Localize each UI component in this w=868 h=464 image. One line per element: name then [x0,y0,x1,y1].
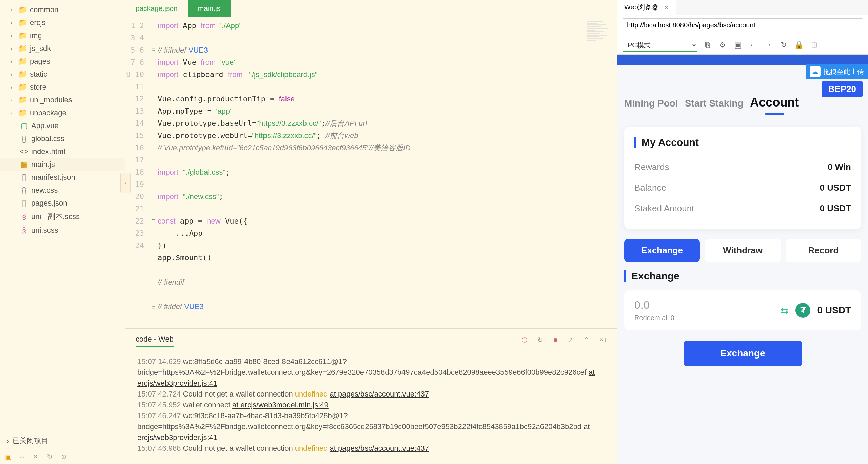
console-line: 15:07:45.952 wallet connect at ercjs/web… [137,400,605,410]
folder-unpackage[interactable]: ›📁unpackage [0,107,125,119]
folder-img[interactable]: ›📁img [0,29,125,42]
devtools-icon[interactable]: ▣ [733,41,743,50]
fold-gutter[interactable]: ⊟⊟⊟ [149,17,158,328]
browser-tab[interactable]: Web浏览器 ✕ [617,0,676,15]
account-card-title: My Account [634,137,851,148]
account-row: Staked Amount0 USDT [634,198,851,219]
console-line: 15:07:46.988 Could not get a wallet conn… [137,443,605,454]
cloud-icon: ☁ [810,66,821,77]
console-source-link[interactable]: at ercjs/web3provider.js:41 [137,422,590,442]
folder-uni_modules[interactable]: ›📁uni_modules [0,94,125,107]
expand-icon[interactable]: ⤢ [568,336,573,344]
grid-icon[interactable]: ⊞ [809,41,819,50]
preview-app-header [617,55,868,65]
file-main.js[interactable]: ▦main.js [0,158,125,171]
preview-viewport: ☁ 拖拽至此上传 BEP20 Mining Pool Start Staking… [617,55,868,464]
exchange-amount: 0.0 [634,299,773,311]
file-index.html[interactable]: <>index.html [0,145,125,158]
browser-preview-panel: Web浏览器 ✕ PC模式 ⎘ ⚙ ▣ ← → ↻ 🔒 ⊞ ☁ 拖拽至此上传 B… [617,0,868,464]
stop-icon[interactable]: ■ [553,336,557,344]
file-global.css[interactable]: {}global.css [0,132,125,145]
file-App.vue[interactable]: ▢App.vue [0,119,125,132]
code-content[interactable]: import App from './App' // #ifndef VUE3 … [158,17,583,328]
open-folder-icon[interactable]: ⎘ [702,41,712,50]
bug-icon[interactable]: ⬡ [521,336,527,344]
lock-icon[interactable]: 🔒 [794,41,804,50]
action-tabs: Exchange Withdraw Record [617,239,868,262]
action-tab-withdraw[interactable]: Withdraw [705,239,781,262]
editor-panel: package.json main.js ‹ 1 2 3 4 5 6 7 8 9… [125,0,617,464]
tab-package-json[interactable]: package.json [125,0,188,17]
exchange-section-title: Exchange [624,270,861,282]
console-source-link[interactable]: at pages/bsc/account.vue:437 [330,444,429,452]
console-source-link[interactable]: at ercjs/web3model.min.js:49 [232,401,329,409]
console-output[interactable]: 15:07:14.629 wc:8ffa5d6c-aa99-4b80-8ced-… [125,351,617,464]
account-row: Balance0 USDT [634,177,851,198]
swap-icon[interactable]: ⇆ [780,305,789,316]
bep20-badge: BEP20 [822,81,863,97]
action-tab-exchange[interactable]: Exchange [624,239,700,262]
file-tree: ›📁common›📁ercjs›📁img›📁js_sdk›📁pages›📁sta… [0,0,125,432]
file-manifest.json[interactable]: []manifest.json [0,171,125,184]
usdt-value: 0 USDT [817,305,851,316]
folder-common[interactable]: ›📁common [0,3,125,16]
browser-toolbar: PC模式 ⎘ ⚙ ▣ ← → ↻ 🔒 ⊞ [617,36,868,55]
restart-icon[interactable]: ↻ [537,336,543,344]
settings-icon[interactable]: ⚙ [717,41,728,50]
console-line: 15:07:14.629 wc:8ffa5d6c-aa99-4b80-8ced-… [137,356,605,389]
closed-projects-section[interactable]: › 已关闭项目 [0,432,125,449]
code-editor[interactable]: ‹ 1 2 3 4 5 6 7 8 9 10 11 12 13 14 15 16… [125,17,617,328]
url-bar [617,15,868,36]
account-card: My Account Rewards0 WinBalance0 USDTStak… [624,127,861,229]
console-tab[interactable]: code - Web [136,332,174,347]
folder-static[interactable]: ›📁static [0,68,125,81]
folder-store[interactable]: ›📁store [0,81,125,94]
folder-js_sdk[interactable]: ›📁js_sdk [0,42,125,55]
tab-start-staking[interactable]: Start Staking [685,98,744,109]
console-line: 15:07:42.724 Could not get a wallet conn… [137,389,605,400]
reload-icon[interactable]: ↻ [778,41,789,50]
file-new.css[interactable]: {}new.css [0,184,125,197]
exchange-input-box: 0.0 Redeem all 0 ⇆ ₮ 0 USDT [624,290,861,330]
tab-mining-pool[interactable]: Mining Pool [624,98,678,109]
console-panel: code - Web ⬡ ↻ ■ ⤢ ⌃ ×↓ 15:07:14.629 wc:… [125,328,617,464]
console-header: code - Web ⬡ ↻ ■ ⤢ ⌃ ×↓ [125,329,617,351]
folder-pages[interactable]: ›📁pages [0,55,125,68]
close-icon[interactable]: ✕ [664,3,669,12]
file-uni.scss[interactable]: §uni.scss [0,224,125,237]
file-pages.json[interactable]: []pages.json [0,197,125,210]
browser-tab-title: Web浏览器 [624,3,658,12]
console-source-link[interactable]: at ercjs/web3provider.js:41 [137,368,595,387]
mode-select[interactable]: PC模式 [623,39,697,52]
chevron-right-icon: › [7,437,9,445]
editor-tab-bar: package.json main.js [125,0,617,17]
drag-upload-badge[interactable]: ☁ 拖拽至此上传 [806,64,868,79]
exchange-amount-input[interactable]: 0.0 Redeem all 0 [634,299,773,322]
tab-account[interactable]: Account [750,95,799,110]
redeem-all-label[interactable]: Redeem all 0 [634,314,773,322]
sidebar-collapse-handle[interactable]: ‹ [120,173,131,193]
url-input[interactable] [623,18,863,32]
sort-icon[interactable]: ×↓ [599,336,607,344]
account-row: Rewards0 Win [634,157,851,177]
console-source-link[interactable]: at pages/bsc/account.vue:437 [330,390,429,398]
tab-main-js[interactable]: main.js [188,0,231,17]
back-icon[interactable]: ← [748,41,758,50]
folder-icon[interactable]: ▣ [5,452,12,461]
file-explorer: ›📁common›📁ercjs›📁img›📁js_sdk›📁pages›📁sta… [0,0,125,464]
sidebar-toolbar: ▣ ⌕ ✕ ↻ ⊕ [0,449,125,464]
exchange-button[interactable]: Exchange [684,341,802,366]
action-tab-record[interactable]: Record [786,239,861,262]
collapse-icon[interactable]: ⌃ [584,336,589,344]
folder-ercjs[interactable]: ›📁ercjs [0,16,125,29]
usdt-icon: ₮ [795,303,810,318]
globe-icon[interactable]: ⊕ [61,452,67,461]
console-line: 15:07:46.247 wc:9f3d8c18-aa7b-4bac-81d3-… [137,410,605,443]
bug-icon[interactable]: ⌕ [20,453,24,461]
minimap[interactable] [583,17,617,328]
file-uni - 副本.scss[interactable]: §uni - 副本.scss [0,210,125,224]
forward-icon[interactable]: → [763,41,773,50]
refresh-icon[interactable]: ↻ [47,452,53,461]
debug-icon[interactable]: ✕ [33,452,38,461]
closed-projects-label: 已关闭项目 [13,436,48,445]
